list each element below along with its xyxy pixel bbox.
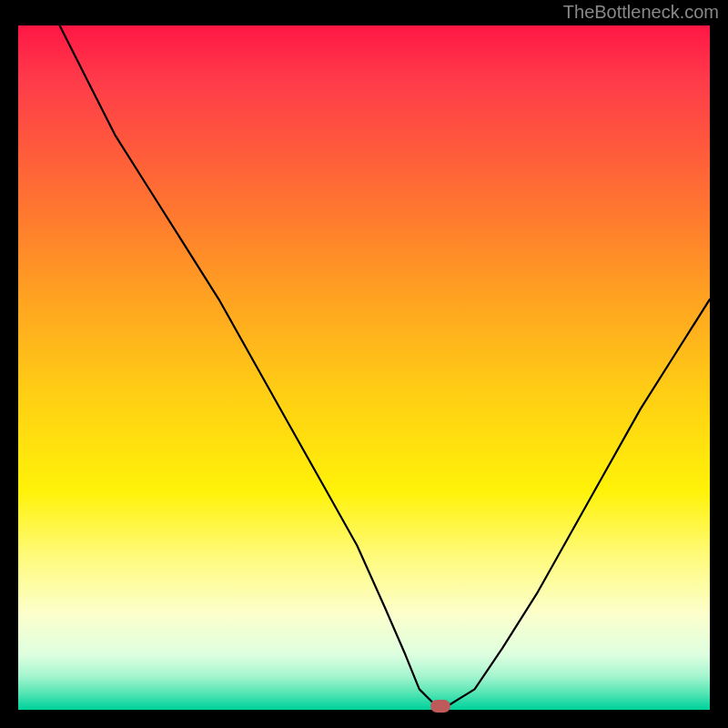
chart-container: TheBottleneck.com (0, 0, 728, 728)
optimal-point-marker (430, 700, 450, 713)
bottleneck-curve-path (60, 25, 710, 706)
plot-area (18, 25, 710, 710)
watermark-text: TheBottleneck.com (563, 2, 719, 23)
curve-svg (18, 25, 710, 710)
